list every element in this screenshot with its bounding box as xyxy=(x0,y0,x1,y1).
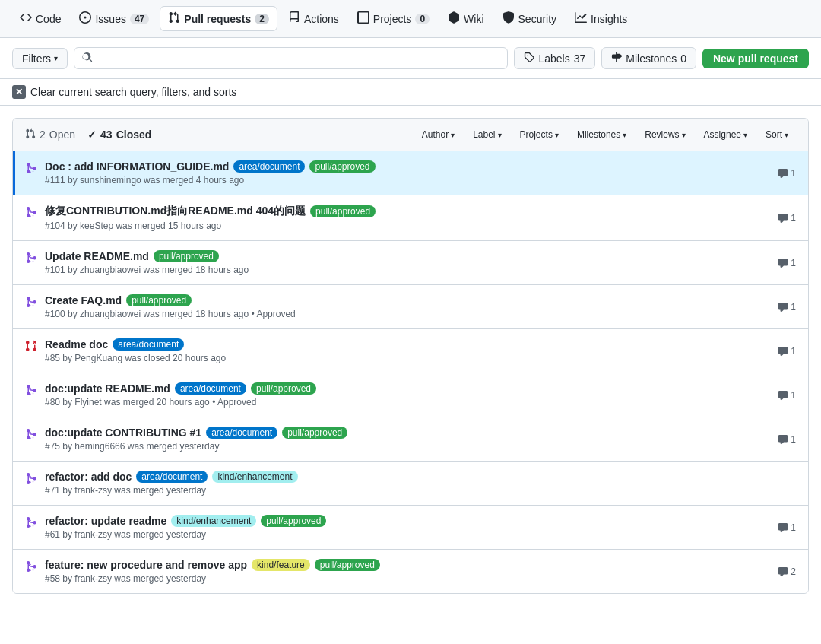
wiki-icon xyxy=(448,11,460,26)
pr-title[interactable]: feature: new procedure and remove app xyxy=(45,559,247,571)
nav-projects[interactable]: Projects 0 xyxy=(350,7,437,30)
comment-count[interactable]: 1 xyxy=(778,213,796,224)
pr-title[interactable]: Readme doc xyxy=(45,338,108,351)
projects-filter[interactable]: Projects ▾ xyxy=(512,126,566,143)
pr-title[interactable]: refactor: add doc xyxy=(45,471,132,483)
pr-title-row: Doc : add INFORMATION_GUIDE.md area/docu… xyxy=(45,160,770,173)
sort-filter[interactable]: Sort ▾ xyxy=(758,126,796,143)
table-row: refactor: update readme kind/enhancement… xyxy=(13,506,808,550)
table-row: refactor: add doc area/documentkind/enha… xyxy=(13,462,808,506)
pr-status-icon xyxy=(25,340,37,354)
pr-title[interactable]: doc:update README.md xyxy=(45,382,170,395)
pr-meta: #75 by heming6666 was merged yesterday xyxy=(45,441,770,452)
pr-title-row: feature: new procedure and remove app ki… xyxy=(45,559,770,571)
label-tag[interactable]: area/document xyxy=(233,160,305,173)
table-row: Create FAQ.md pull/approved #100 by zhua… xyxy=(13,285,808,329)
pr-status-icon xyxy=(25,252,37,266)
nav-issues[interactable]: Issues 47 xyxy=(71,7,157,30)
pr-meta: #104 by keeStep was merged 15 hours ago xyxy=(45,220,770,231)
pr-title[interactable]: Update README.md xyxy=(45,250,149,262)
comment-count[interactable]: 2 xyxy=(778,566,796,577)
new-pull-request-button[interactable]: New pull request xyxy=(702,49,809,68)
pr-status-icon xyxy=(25,206,37,220)
assignee-filter[interactable]: Assignee ▾ xyxy=(696,126,755,143)
comment-count[interactable]: 1 xyxy=(778,346,796,357)
label-tag[interactable]: pull/approved xyxy=(261,515,326,527)
pr-title[interactable]: Create FAQ.md xyxy=(45,294,122,306)
chevron-down-icon: ▾ xyxy=(498,131,502,139)
label-tag[interactable]: pull/approved xyxy=(154,250,219,262)
label-tag[interactable]: pull/approved xyxy=(282,427,347,439)
label-tag[interactable]: area/document xyxy=(113,338,184,351)
closed-tab[interactable]: ✓ 43 Closed xyxy=(87,127,151,142)
label-tag[interactable]: kind/enhancement xyxy=(212,471,297,483)
label-tag[interactable]: area/document xyxy=(136,471,208,483)
label-tag[interactable]: pull/approved xyxy=(251,382,316,395)
pr-title-row: 修复CONTRIBUTION.md指向README.md 404的问题 pull… xyxy=(45,205,770,218)
pr-title[interactable]: refactor: update readme xyxy=(45,515,166,527)
nav-code[interactable]: Code xyxy=(12,7,68,30)
author-filter[interactable]: Author ▾ xyxy=(414,126,462,143)
search-icon xyxy=(82,52,93,65)
pr-status-icon xyxy=(25,384,37,398)
labels-button[interactable]: Labels 37 xyxy=(514,47,595,69)
pr-title[interactable]: doc:update CONTRIBUTING #1 xyxy=(45,427,201,439)
pr-meta: #61 by frank-zsy was merged yesterday xyxy=(45,529,770,540)
pr-content: Update README.md pull/approved #101 by z… xyxy=(45,250,770,275)
insights-icon xyxy=(575,11,587,26)
pr-title[interactable]: Doc : add INFORMATION_GUIDE.md xyxy=(45,160,229,173)
comment-count[interactable]: 1 xyxy=(778,302,796,312)
pr-list-header: 2 Open ✓ 43 Closed Author ▾ Label ▾ Proj… xyxy=(13,119,808,151)
label-tag[interactable]: pull/approved xyxy=(126,294,192,306)
table-row: Readme doc area/document #85 by PengKuan… xyxy=(13,329,808,373)
nav-wiki[interactable]: Wiki xyxy=(440,7,491,30)
pr-badge: 2 xyxy=(255,14,269,24)
chevron-down-icon: ▾ xyxy=(785,131,788,139)
comment-count[interactable]: 1 xyxy=(778,390,796,401)
pr-filters: Author ▾ Label ▾ Projects ▾ Milestones ▾… xyxy=(414,126,796,143)
pr-title-row: refactor: add doc area/documentkind/enha… xyxy=(45,471,796,483)
label-tag[interactable]: kind/feature xyxy=(252,559,310,571)
nav-pull-requests[interactable]: Pull requests 2 xyxy=(160,6,277,31)
pr-status-icon xyxy=(25,516,37,531)
search-input[interactable]: is:pr is:closed xyxy=(97,52,499,65)
table-row: doc:update README.md area/documentpull/a… xyxy=(13,373,808,417)
pr-content: doc:update README.md area/documentpull/a… xyxy=(45,382,770,408)
label-tag[interactable]: pull/approved xyxy=(315,559,380,571)
chevron-down-icon: ▾ xyxy=(555,131,559,139)
pr-items-container: Doc : add INFORMATION_GUIDE.md area/docu… xyxy=(13,151,808,593)
pr-content: Doc : add INFORMATION_GUIDE.md area/docu… xyxy=(45,160,770,186)
label-tag[interactable]: area/document xyxy=(206,427,277,439)
projects-icon xyxy=(357,11,369,26)
pr-content: Create FAQ.md pull/approved #100 by zhua… xyxy=(45,294,770,319)
open-pr-icon xyxy=(25,128,36,141)
open-tab[interactable]: 2 Open xyxy=(25,127,75,143)
label-tag[interactable]: pull/approved xyxy=(310,205,376,217)
nav-insights[interactable]: Insights xyxy=(567,7,635,30)
table-row: Update README.md pull/approved #101 by z… xyxy=(13,241,808,285)
comment-count[interactable]: 1 xyxy=(778,434,796,445)
pr-meta: #111 by sunshinemingo was merged 4 hours… xyxy=(45,175,770,186)
table-row: 修复CONTRIBUTION.md指向README.md 404的问题 pull… xyxy=(13,195,808,241)
pr-title[interactable]: 修复CONTRIBUTION.md指向README.md 404的问题 xyxy=(45,205,306,218)
filters-button[interactable]: Filters ▾ xyxy=(12,48,68,69)
nav-actions[interactable]: Actions xyxy=(281,7,347,30)
label-tag[interactable]: pull/approved xyxy=(309,160,375,173)
nav-security[interactable]: Security xyxy=(495,7,565,30)
pr-title-row: doc:update CONTRIBUTING #1 area/document… xyxy=(45,427,770,439)
pr-content: doc:update CONTRIBUTING #1 area/document… xyxy=(45,427,770,452)
milestones-filter[interactable]: Milestones ▾ xyxy=(569,126,634,143)
comment-count[interactable]: 1 xyxy=(778,258,796,268)
comment-count[interactable]: 1 xyxy=(778,522,796,533)
milestones-button[interactable]: Milestones 0 xyxy=(601,47,696,69)
pr-meta: #101 by zhuangbiaowei was merged 18 hour… xyxy=(45,265,770,275)
label-filter[interactable]: Label ▾ xyxy=(465,126,509,143)
label-tag[interactable]: area/document xyxy=(175,382,246,395)
search-box: is:pr is:closed xyxy=(74,47,508,69)
reviews-filter[interactable]: Reviews ▾ xyxy=(637,126,693,143)
pr-title-row: refactor: update readme kind/enhancement… xyxy=(45,515,770,527)
clear-search-button[interactable]: ✕ xyxy=(12,85,26,99)
label-icon xyxy=(524,52,534,65)
comment-count[interactable]: 1 xyxy=(778,168,796,179)
label-tag[interactable]: kind/enhancement xyxy=(171,515,256,527)
